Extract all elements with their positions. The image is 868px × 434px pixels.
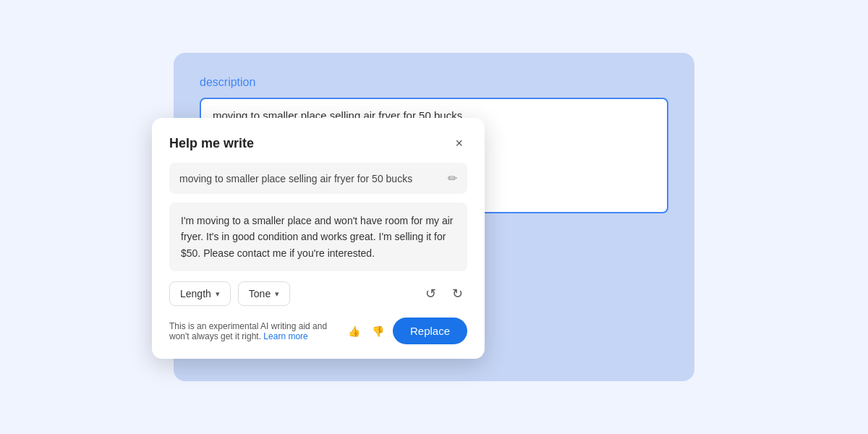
- help-me-write-dialog: Help me write × moving to smaller place …: [152, 118, 485, 359]
- undo-icon: [425, 286, 436, 301]
- dialog-header: Help me write ×: [169, 135, 467, 151]
- thumbs-up-button[interactable]: [345, 323, 363, 339]
- dialog-title: Help me write: [169, 136, 254, 151]
- redo-icon: [452, 286, 463, 301]
- tone-arrow-icon: ▾: [275, 289, 279, 299]
- thumbs-down-icon: [372, 325, 384, 337]
- thumbs-down-button[interactable]: [369, 323, 387, 339]
- length-arrow-icon: ▾: [216, 289, 220, 299]
- tone-label: Tone: [249, 288, 271, 299]
- thumbs-up-icon: [348, 325, 360, 337]
- learn-more-link[interactable]: Learn more: [263, 331, 307, 341]
- section-label: description: [200, 76, 668, 89]
- replace-button[interactable]: Replace: [393, 318, 467, 344]
- footer-text: This is an experimental AI writing aid a…: [169, 321, 339, 341]
- footer-row: This is an experimental AI writing aid a…: [169, 318, 467, 344]
- generated-text-box: I'm moving to a smaller place and won't …: [169, 203, 467, 271]
- controls-row: Length ▾ Tone ▾: [169, 281, 467, 306]
- input-text: moving to smaller place selling air frye…: [179, 173, 441, 184]
- edit-icon[interactable]: [448, 171, 457, 185]
- length-dropdown[interactable]: Length ▾: [169, 281, 231, 306]
- length-label: Length: [180, 288, 211, 299]
- tone-dropdown[interactable]: Tone ▾: [238, 281, 290, 306]
- input-row: moving to smaller place selling air frye…: [169, 163, 467, 194]
- redo-button[interactable]: [448, 283, 467, 305]
- close-button[interactable]: ×: [451, 135, 467, 151]
- generated-text: I'm moving to a smaller place and won't …: [181, 215, 454, 259]
- undo-button[interactable]: [421, 283, 441, 305]
- outer-panel: description moving to smaller place sell…: [174, 53, 694, 381]
